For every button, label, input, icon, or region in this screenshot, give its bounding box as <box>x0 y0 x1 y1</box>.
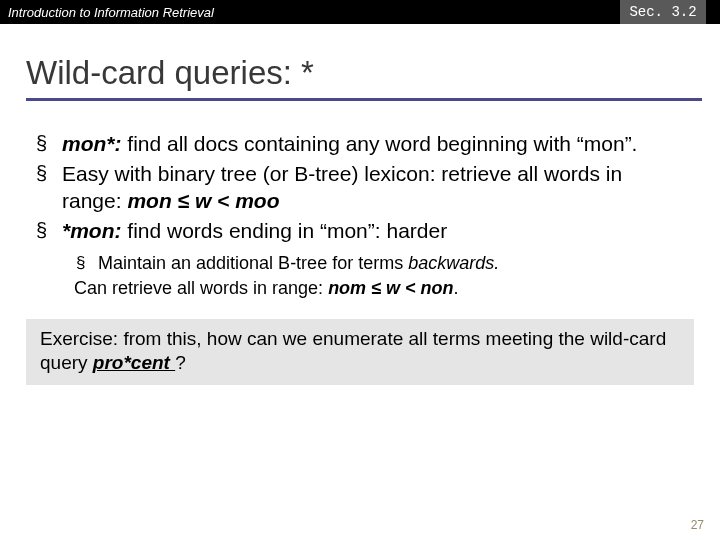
sub-1-pre: Maintain an additional B-tree for terms <box>98 253 408 273</box>
sub-2-pre: Can retrieve all words in range: <box>74 278 328 298</box>
exercise-tail: ? <box>175 352 186 373</box>
section-badge: Sec. 3.2 <box>620 0 706 24</box>
bullet-2: Easy with binary tree (or B-tree) lexico… <box>34 161 686 214</box>
bullet-2-range: mon ≤ w < moo <box>127 189 279 212</box>
title-rule <box>26 98 702 101</box>
exercise-box: Exercise: from this, how can we enumerat… <box>26 319 694 385</box>
exercise-em: pro*cent <box>93 352 175 373</box>
slide-number: 27 <box>691 518 704 532</box>
sub-2-tail: . <box>454 278 459 298</box>
bullet-1-rest: find all docs containing any word beginn… <box>122 132 638 155</box>
course-title: Introduction to Information Retrieval <box>8 5 214 20</box>
slide-title: Wild-card queries: * <box>26 54 720 92</box>
sub-plain-line: Can retrieve all words in range: nom ≤ w… <box>74 277 686 300</box>
sub-1-em: backwards. <box>408 253 499 273</box>
bullet-1: mon*: find all docs containing any word … <box>34 131 686 157</box>
section-label: Sec. 3.2 <box>629 4 696 20</box>
top-bar: Introduction to Information Retrieval <box>0 0 720 24</box>
content-area: mon*: find all docs containing any word … <box>34 131 686 299</box>
bullet-3-rest: find words ending in “mon”: harder <box>122 219 448 242</box>
bullet-3-lead: *mon: <box>62 219 122 242</box>
bullet-1-lead: mon*: <box>62 132 122 155</box>
main-list: mon*: find all docs containing any word … <box>34 131 686 299</box>
sub-2-range: nom ≤ w < non <box>328 278 453 298</box>
sub-bullet-1: Maintain an additional B-tree for terms … <box>74 252 686 275</box>
sub-list: Maintain an additional B-tree for terms … <box>74 252 686 275</box>
bullet-3: *mon: find words ending in “mon”: harder… <box>34 218 686 299</box>
